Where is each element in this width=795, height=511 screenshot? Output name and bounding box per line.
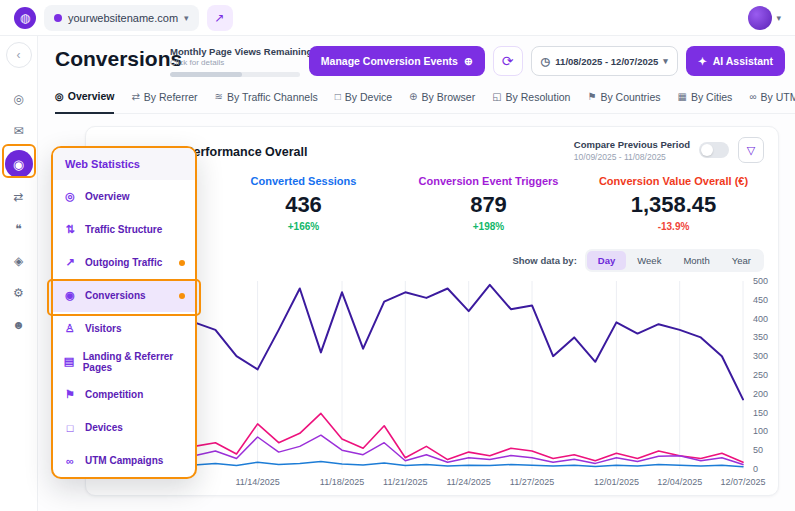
device-tab-icon: □ <box>335 91 341 102</box>
tab-by-cities[interactable]: ▦By Cities <box>677 88 732 113</box>
avatar-chevron-icon[interactable]: ▾ <box>776 13 781 23</box>
granularity-week[interactable]: Week <box>626 251 672 270</box>
utm-campaigns-icon: ∞ <box>63 455 77 467</box>
sidebar-collapse-button[interactable]: ‹ <box>6 42 32 68</box>
open-site-button[interactable]: ↗ <box>207 5 233 31</box>
tab-by-countries[interactable]: ⚑By Countries <box>587 88 660 113</box>
menu-item-landing-referrer-pages[interactable]: ▤Landing & Referrer Pages <box>53 345 195 378</box>
pageviews-details-link[interactable]: Click for details <box>170 58 320 67</box>
date-range-value: 11/08/2025 - 12/07/2025 <box>555 56 658 67</box>
svg-text:150: 150 <box>753 408 768 418</box>
menu-item-visitors[interactable]: ♙Visitors <box>53 312 195 345</box>
metrics-row: Converted Sessions 436 +166% Conversion … <box>211 175 766 232</box>
menu-item-overview[interactable]: ◎Overview <box>53 180 195 213</box>
manage-conversion-events-button[interactable]: Manage Conversion Events ⊕ <box>309 46 485 76</box>
compare-label: Compare Previous Period <box>574 139 690 150</box>
svg-text:450: 450 <box>753 295 768 305</box>
sidebar-item-chat[interactable]: ❝ <box>6 216 32 242</box>
tab-label: By Cities <box>691 91 732 103</box>
web-statistics-menu: Web Statistics ◎Overview ⇅Traffic Struct… <box>51 146 197 479</box>
user-avatar[interactable] <box>748 6 772 30</box>
menu-item-label: Landing & Referrer Pages <box>83 351 185 373</box>
sidebar-item-users[interactable]: ☻ <box>6 312 32 338</box>
tab-by-browser[interactable]: ⊕By Browser <box>409 88 475 113</box>
tab-overview[interactable]: ◎Overview <box>55 88 114 114</box>
granularity-day[interactable]: Day <box>587 251 626 270</box>
show-data-by-label: Show data by: <box>512 255 576 266</box>
menu-item-utm-campaigns[interactable]: ∞UTM Campaigns <box>53 444 195 477</box>
svg-text:11/24/2025: 11/24/2025 <box>447 477 491 487</box>
refresh-icon: ⟳ <box>502 53 514 69</box>
filter-button[interactable]: ▽ <box>738 137 764 163</box>
pageviews-label: Monthly Page Views Remaining <box>170 46 320 57</box>
traffic-channels-tab-icon: ≋ <box>215 91 223 102</box>
metric-delta: -13.9% <box>581 221 766 232</box>
metric-value: 1,358.45 <box>581 192 766 218</box>
sidebar-item-web-statistics[interactable]: ◉ <box>5 150 33 178</box>
granularity-year[interactable]: Year <box>721 251 762 270</box>
competition-icon: ⚑ <box>63 388 77 401</box>
report-tabs: ◎Overview ⇄By Referrer ≋By Traffic Chann… <box>55 88 795 114</box>
manage-button-label: Manage Conversion Events <box>321 55 458 67</box>
sidebar-item-settings[interactable]: ⚙ <box>6 280 32 306</box>
menu-item-label: Outgoing Traffic <box>85 257 162 268</box>
visitors-icon: ♙ <box>63 322 77 335</box>
app-logo: ◍ <box>14 7 36 29</box>
date-range-picker[interactable]: ◷ 11/08/2025 - 12/07/2025 ▾ <box>531 46 678 76</box>
pageviews-remaining: Monthly Page Views Remaining Click for d… <box>170 46 320 77</box>
tab-label: By Browser <box>421 91 475 103</box>
svg-text:250: 250 <box>753 370 768 380</box>
svg-text:11/21/2025: 11/21/2025 <box>383 477 427 487</box>
menu-item-label: Visitors <box>85 323 122 334</box>
ai-assistant-button[interactable]: ✦ AI Assistant <box>686 46 785 76</box>
site-selector-label: yourwebsitename.com <box>68 12 178 24</box>
compare-toggle[interactable] <box>699 142 729 158</box>
utm-campaign-tab-icon: ∞ <box>749 91 756 102</box>
metric-value: 879 <box>396 192 581 218</box>
sidebar-item-dashboard[interactable]: ◎ <box>6 86 32 112</box>
tab-label: By Referrer <box>144 91 198 103</box>
referrer-tab-icon: ⇄ <box>131 91 139 102</box>
metric-delta: +166% <box>211 221 396 232</box>
cities-tab-icon: ▦ <box>677 91 686 102</box>
svg-text:100: 100 <box>753 426 768 436</box>
metric-conversion-event-triggers: Conversion Event Triggers 879 +198% <box>396 175 581 232</box>
web-statistics-icon: ◉ <box>13 157 24 172</box>
tab-by-traffic-channels[interactable]: ≋By Traffic Channels <box>215 88 318 113</box>
tab-by-referrer[interactable]: ⇄By Referrer <box>131 88 197 113</box>
metric-label: Converted Sessions <box>211 175 396 187</box>
menu-item-conversions[interactable]: ◉Conversions <box>53 279 195 312</box>
sidebar-item-integrations[interactable]: ⇄ <box>6 184 32 210</box>
pageviews-progress-fill <box>170 72 242 77</box>
menu-item-label: Competition <box>85 389 143 400</box>
integrations-icon: ⇄ <box>13 190 23 204</box>
menu-item-devices[interactable]: □Devices <box>53 411 195 444</box>
site-selector[interactable]: yourwebsitename.com ▾ <box>44 5 199 31</box>
refresh-button[interactable]: ⟳ <box>493 46 523 76</box>
metric-delta: +198% <box>396 221 581 232</box>
tab-by-resolution[interactable]: ◱By Resolution <box>492 88 570 113</box>
pageviews-progress-bar <box>170 72 300 77</box>
tab-label: By UTM Campaign <box>761 91 795 103</box>
security-icon: ◈ <box>14 254 23 268</box>
settings-icon: ⚙ <box>13 286 24 300</box>
metric-conversion-value-overall: Conversion Value Overall (€) 1,358.45 -1… <box>581 175 766 232</box>
svg-text:12/04/2025: 12/04/2025 <box>657 477 702 487</box>
tab-by-utm-campaign[interactable]: ∞By UTM Campaign <box>749 88 795 113</box>
sidebar-item-campaigns[interactable]: ✉ <box>6 118 32 144</box>
menu-item-competition[interactable]: ⚑Competition <box>53 378 195 411</box>
tab-by-device[interactable]: □By Device <box>335 88 392 113</box>
show-data-by: Show data by: Day Week Month Year <box>512 249 764 272</box>
svg-text:12/01/2025: 12/01/2025 <box>594 477 639 487</box>
traffic-structure-icon: ⇅ <box>63 223 77 236</box>
menu-item-outgoing-traffic[interactable]: ↗Outgoing Traffic <box>53 246 195 279</box>
tab-label: By Countries <box>600 91 660 103</box>
svg-text:300: 300 <box>753 351 768 361</box>
menu-item-traffic-structure[interactable]: ⇅Traffic Structure <box>53 213 195 246</box>
ai-button-label: AI Assistant <box>713 55 773 67</box>
svg-text:500: 500 <box>753 276 768 286</box>
sidebar-item-security[interactable]: ◈ <box>6 248 32 274</box>
users-icon: ☻ <box>12 318 25 332</box>
granularity-month[interactable]: Month <box>672 251 720 270</box>
chat-icon: ❝ <box>15 222 21 236</box>
